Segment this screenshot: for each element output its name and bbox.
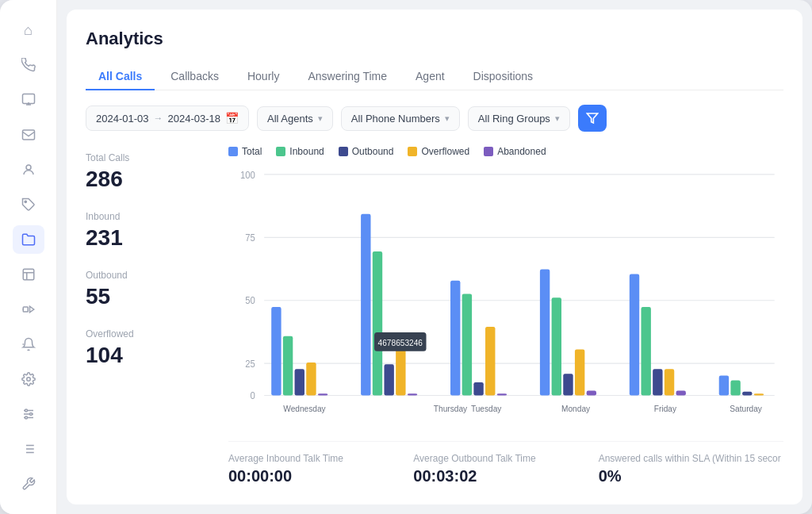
bar-tuesday-total [450,281,460,396]
legend-outbound-label: Outbound [352,146,394,157]
tab-agent[interactable]: Agent [403,63,458,90]
svg-text:50: 50 [245,296,255,305]
sla-stat: Answered calls within SLA (Within 15 sec… [599,453,783,485]
settings-icon[interactable] [13,365,44,393]
label-wednesday: Wednesday [283,404,326,412]
date-arrow-icon: → [154,113,163,124]
outbound-stat: Outbound 55 [86,270,213,309]
total-calls-label: Total Calls [86,152,213,163]
tab-hourly[interactable]: Hourly [235,63,292,90]
bar-wednesday-total [271,307,281,395]
ring-groups-chevron-icon: ▾ [555,113,560,124]
bar-thursday-abandoned [408,393,417,395]
svg-point-2 [26,165,31,170]
inbound-talk-stat: Average Inbound Talk Time 00:00:00 [228,453,413,485]
list-icon[interactable] [13,435,44,463]
content-area: Total Calls 286 Inbound 231 Outbound 55 … [86,146,783,485]
bottom-stats: Average Inbound Talk Time 00:00:00 Avera… [228,441,783,485]
bar-tuesday-inbound [462,293,472,395]
legend-abandoned-label: Abandoned [497,146,546,157]
main-content: Analytics All Calls Callbacks Hourly Ans… [67,10,802,504]
svg-point-3 [25,201,26,202]
agents-dropdown[interactable]: All Agents ▾ [257,106,333,131]
bar-chart: 100 75 50 25 0 Wednesday [228,165,783,428]
legend-outbound: Outbound [339,146,394,157]
bar-tuesday-abandoned [497,393,507,395]
label-monday: Monday [561,404,591,412]
svg-rect-0 [22,94,34,104]
legend-inbound-label: Inbound [289,146,324,157]
legend-abandoned: Abandoned [484,146,546,157]
inbound-talk-label: Average Inbound Talk Time [228,453,413,464]
overflowed-value: 104 [86,343,213,368]
filter-button[interactable] [578,105,607,132]
calendar-icon: 📅 [225,112,239,125]
label-friday: Friday [654,404,677,412]
bar-monday-outbound [563,374,573,395]
chart-area: Total Inbound Outbound Overflowed [228,146,783,485]
svg-text:25: 25 [245,359,255,369]
label-saturday: Saturday [730,404,762,412]
sla-value: 0% [599,467,783,485]
phone-icon[interactable] [13,51,44,79]
tab-all-calls[interactable]: All Calls [86,63,155,90]
home-icon[interactable]: ⌂ [13,16,44,44]
bar-thursday-outbound [384,364,393,395]
filters-row: 2024-01-03 → 2024-03-18 📅 All Agents ▾ A… [86,105,783,132]
megaphone-icon[interactable] [13,295,44,324]
total-calls-stat: Total Calls 286 [86,152,213,192]
bar-tuesday-overflowed [485,327,495,396]
folder-icon[interactable] [13,225,44,254]
outbound-value: 55 [86,284,213,309]
bar-wednesday-inbound [283,336,293,396]
bar-wednesday-outbound [295,369,304,395]
chart-legend: Total Inbound Outbound Overflowed [228,146,783,157]
contact-icon[interactable] [13,155,44,184]
bar-friday-abandoned [676,391,686,396]
inbound-talk-value: 00:00:00 [228,467,413,485]
date-range-picker[interactable]: 2024-01-03 → 2024-03-18 📅 [86,105,249,131]
inbound-label: Inbound [86,211,213,222]
clock-icon[interactable] [13,260,44,289]
ring-groups-dropdown[interactable]: All Ring Groups ▾ [468,106,570,131]
sla-label: Answered calls within SLA (Within 15 sec… [599,453,783,464]
chart-wrapper: 100 75 50 25 0 Wednesday [228,165,783,428]
legend-total: Total [228,146,262,157]
outbound-label: Outbound [86,270,213,281]
bar-monday-overflowed [575,349,584,395]
bar-wednesday-abandoned [318,393,327,395]
svg-rect-4 [23,269,34,280]
chat-icon[interactable] [13,86,44,114]
tag-icon[interactable] [13,190,44,219]
settings2-icon[interactable] [13,400,44,428]
phone-numbers-dropdown[interactable]: All Phone Numbers ▾ [341,106,460,131]
bar-friday-outbound [653,369,662,395]
svg-rect-1 [22,130,34,140]
svg-text:0: 0 [251,391,255,401]
ring-groups-label: All Ring Groups [478,113,550,125]
bar-monday-abandoned [587,391,596,396]
alert-icon[interactable] [13,330,44,359]
svg-text:75: 75 [245,233,255,243]
overflowed-stat: Overflowed 104 [86,328,213,368]
tab-answering-time[interactable]: Answering Time [295,63,400,90]
bar-friday-inbound [641,307,650,395]
tab-dispositions[interactable]: Dispositions [461,63,546,90]
inbound-stat: Inbound 231 [86,211,213,251]
overflowed-label: Overflowed [86,328,213,339]
mail-icon[interactable] [13,121,44,149]
svg-point-8 [29,413,32,416]
bar-saturday-inbound [730,381,740,396]
svg-marker-16 [587,113,597,123]
bar-thursday-overflowed [396,349,405,395]
legend-overflowed-dot [408,147,417,156]
agents-label: All Agents [267,113,313,125]
sidebar: ⌂ [0,0,57,514]
date-end: 2024-03-18 [168,113,221,125]
total-calls-value: 286 [86,167,213,192]
wrench-icon[interactable] [13,470,44,498]
bar-thursday-inbound [373,251,382,395]
tab-callbacks[interactable]: Callbacks [158,63,232,90]
outbound-talk-value: 00:03:02 [413,467,598,485]
legend-overflowed-label: Overflowed [421,146,469,157]
